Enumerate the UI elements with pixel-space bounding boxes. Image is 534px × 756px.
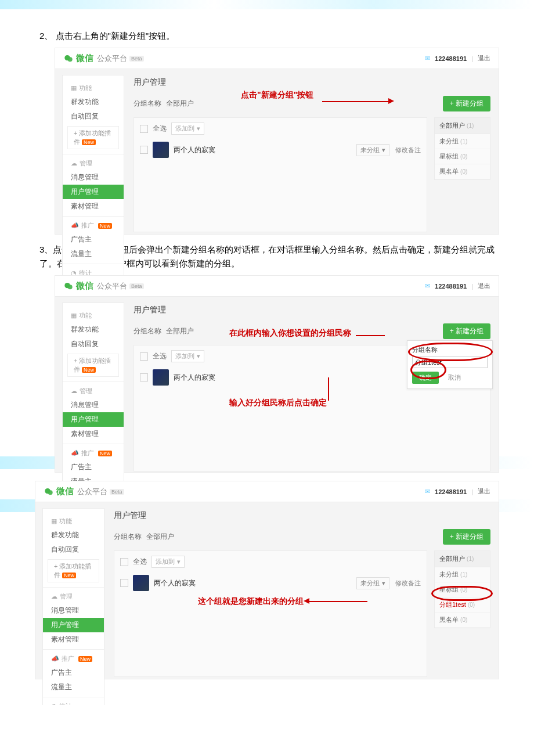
sidebar-item-users[interactable]: 用户管理 — [43, 618, 104, 632]
new-group-button[interactable]: + 新建分组 — [443, 323, 490, 339]
sidebar-head-promote: 📣推广New — [63, 447, 124, 460]
user-list-area: 全选 添加到▾ 两个人的寂寞 未分组▾ 修改备注 — [114, 550, 427, 677]
group-name-value: 全部用户 — [146, 532, 174, 542]
logout-link[interactable]: 退出 — [478, 487, 490, 496]
divider: | — [471, 55, 473, 62]
sidebar-item-message[interactable]: 消息管理 — [43, 603, 104, 618]
page-title: 用户管理 — [114, 510, 490, 521]
sidebar-item-broadcast[interactable]: 群发功能 — [63, 322, 124, 337]
beta-badge: Beta — [110, 489, 124, 495]
sidebar-item-traffic[interactable]: 流量主 — [63, 247, 124, 261]
sidebar-add-plugin[interactable]: + 添加功能插件New — [67, 354, 119, 377]
sidebar-item-autoreply[interactable]: 自动回复 — [43, 542, 104, 557]
add-to-dropdown[interactable]: 添加到▾ — [151, 556, 185, 568]
divider: | — [471, 488, 473, 495]
user-name-label: 两个人的寂寞 — [154, 578, 196, 588]
sidebar-item-message[interactable]: 消息管理 — [63, 398, 124, 412]
sidebar-item-broadcast[interactable]: 群发功能 — [43, 528, 104, 542]
add-to-dropdown[interactable]: 添加到▾ — [171, 350, 204, 362]
user-row: 两个人的寂寞 未分组▾ 修改备注 — [140, 139, 421, 160]
select-all-checkbox[interactable] — [140, 125, 148, 133]
acct-icon: ✉ — [425, 282, 430, 290]
sidebar-head-stats: ◔统计 — [43, 700, 104, 705]
acct-icon: ✉ — [425, 488, 430, 495]
page-title: 用户管理 — [134, 77, 490, 88]
sidebar-item-adv[interactable]: 广告主 — [63, 460, 124, 474]
user-list-area: 全选 添加到▾ 两个人的寂寞 未分组▾ 修改备注 — [134, 117, 427, 232]
user-group-select[interactable]: 未分组▾ — [356, 577, 389, 589]
sidebar-item-adv[interactable]: 广告主 — [63, 232, 124, 247]
step-2-text: 2、 点击右上角的"新建分组"按钮。 — [39, 29, 499, 43]
sidebar-item-users[interactable]: 用户管理 — [63, 412, 124, 427]
user-row: 两个人的寂寞 未分组▾ 修改备注 — [120, 573, 421, 593]
sidebar-head-manage: ☁管理 — [43, 590, 104, 603]
group-name-value: 全部用户 — [166, 326, 194, 336]
select-all-checkbox[interactable] — [120, 558, 128, 566]
add-to-dropdown[interactable]: 添加到▾ — [171, 123, 204, 135]
main-panel: 用户管理 分组名称 全部用户 + 新建分组 全选 添加到▾ — [104, 502, 499, 684]
beta-badge: Beta — [129, 283, 144, 289]
user-name-label: 两个人的寂寞 — [174, 145, 215, 155]
divider: | — [471, 283, 473, 290]
platform-label: 公众平台 — [77, 487, 107, 497]
app-header: 微信 公众平台 Beta ✉ 122488191 | 退出 — [55, 276, 499, 297]
svg-point-5 — [48, 490, 53, 495]
sidebar-item-autoreply[interactable]: 自动回复 — [63, 337, 124, 351]
group-item-star[interactable]: 星标组 (0) — [435, 582, 490, 597]
sidebar-item-users[interactable]: 用户管理 — [63, 185, 124, 199]
group-item-ungrouped[interactable]: 未分组 (1) — [435, 567, 490, 582]
sidebar-item-message[interactable]: 消息管理 — [63, 170, 124, 185]
popup-input[interactable] — [412, 357, 488, 368]
wechat-logo: 微信 — [63, 280, 93, 291]
screenshot-1: 微信 公众平台 Beta ✉ 122488191 | 退出 ▦功能 群发功能 自… — [55, 48, 499, 235]
account-id: 122488191 — [435, 488, 467, 495]
user-checkbox[interactable] — [140, 373, 148, 381]
logout-link[interactable]: 退出 — [478, 54, 490, 63]
sidebar-item-traffic[interactable]: 流量主 — [43, 680, 104, 694]
user-checkbox[interactable] — [120, 579, 128, 587]
user-group-select[interactable]: 未分组▾ — [356, 144, 389, 156]
popup-cancel-button[interactable]: 取消 — [445, 372, 464, 384]
group-panel-head[interactable]: 全部用户 (1) — [435, 118, 490, 134]
document-content: 2、 点击右上角的"新建分组"按钮。 微信 公众平台 Beta ✉ 122488… — [0, 0, 534, 705]
group-panel-head[interactable]: 全部用户 (1) — [435, 551, 490, 567]
sidebar-item-material[interactable]: 素材管理 — [63, 427, 124, 441]
sidebar-item-autoreply[interactable]: 自动回复 — [63, 109, 124, 124]
sidebar-item-material[interactable]: 素材管理 — [43, 632, 104, 647]
group-item-new[interactable]: 分组1test (0) — [435, 597, 490, 613]
avatar — [153, 142, 169, 158]
main-panel: 用户管理 分组名称 全部用户 + 新建分组 全选 添加到▾ — [124, 69, 499, 239]
new-group-button[interactable]: + 新建分组 — [443, 529, 490, 545]
screenshot-3: 微信 公众平台 Beta ✉ 122488191 | 退出 ▦功能 群发功能 自… — [35, 481, 499, 679]
sidebar-item-broadcast[interactable]: 群发功能 — [63, 95, 124, 109]
screenshot-2: 微信 公众平台 Beta ✉ 122488191 | 退出 ▦功能 群发功能 自… — [55, 275, 499, 473]
group-panel: 全部用户 (1) 未分组 (1) 星标组 (0) 分组1test (0) 黑名单… — [434, 550, 490, 628]
sidebar-head-func: ▦功能 — [63, 309, 124, 322]
user-checkbox[interactable] — [140, 146, 148, 154]
sidebar-head-manage: ☁管理 — [63, 157, 124, 170]
svg-point-1 — [68, 57, 73, 62]
account-id: 122488191 — [435, 55, 467, 62]
group-item-blacklist[interactable]: 黑名单 (0) — [435, 613, 490, 628]
group-name-value: 全部用户 — [166, 99, 194, 109]
group-item-blacklist[interactable]: 黑名单 (0) — [435, 164, 490, 179]
edit-note-link[interactable]: 修改备注 — [395, 579, 421, 588]
avatar — [153, 369, 169, 386]
select-all-label: 全选 — [153, 124, 167, 134]
edit-note-link[interactable]: 修改备注 — [395, 146, 421, 154]
sidebar-add-plugin[interactable]: + 添加功能插件New — [48, 559, 99, 582]
sidebar-add-plugin[interactable]: + 添加功能插件New — [67, 126, 119, 149]
group-name-label: 分组名称 — [134, 326, 161, 336]
sidebar-head-func: ▦功能 — [43, 514, 104, 528]
sidebar-item-adv[interactable]: 广告主 — [43, 665, 104, 680]
sidebar-head-promote: 📣推广New — [43, 652, 104, 665]
select-all-checkbox[interactable] — [140, 352, 148, 361]
popup-ok-button[interactable]: 确定 — [412, 372, 439, 384]
sidebar-item-material[interactable]: 素材管理 — [63, 199, 124, 214]
group-item-star[interactable]: 星标组 (0) — [435, 149, 490, 164]
logout-link[interactable]: 退出 — [478, 282, 490, 290]
new-group-button[interactable]: + 新建分组 — [443, 96, 490, 111]
platform-label: 公众平台 — [97, 281, 127, 291]
group-item-ungrouped[interactable]: 未分组 (1) — [435, 134, 490, 149]
wechat-logo: 微信 — [63, 53, 93, 64]
